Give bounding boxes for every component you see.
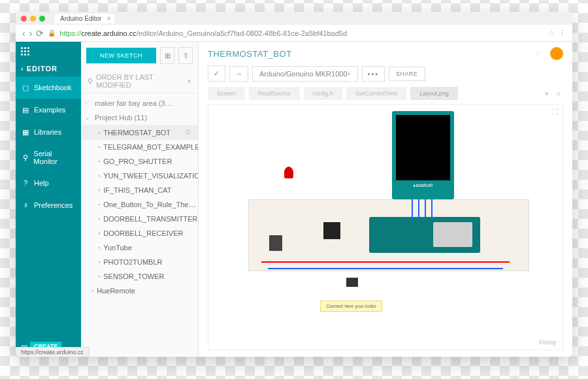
lock-icon: 🔒 [48,29,56,37]
tree-file[interactable]: ▪THERMOSTAT_BOT⚙ [81,125,198,140]
file-icon: ▪ [98,158,100,165]
upload-button[interactable]: ⇧ [178,47,193,64]
board-select[interactable]: Arduino/Genuino MKR1000 [252,66,358,82]
new-sketch-button[interactable]: NEW SKETCH [86,48,156,63]
sidebar-item-label: Examples [34,106,65,114]
upload-icon: ⇧ [183,52,189,60]
file-icon: ▪ [98,144,100,150]
sidebar-item-libraries[interactable]: ▦ Libraries [16,121,81,143]
tree-file[interactable]: ▪YunTube [81,240,198,255]
tab-config[interactable]: config.h [304,87,343,100]
tree-file-label: THERMOSTAT_BOT [103,129,171,137]
check-icon: ✓ [214,69,220,77]
upload-sketch-button[interactable]: → [229,66,248,82]
tree-file[interactable]: ▪HueRemote [81,284,198,298]
browser-tab[interactable]: Arduino Editor [55,14,114,24]
search-icon: ⚲ [88,77,93,86]
file-icon: ▪ [98,216,100,222]
tree-file[interactable]: ▪PHOTO2TUMBLR [81,255,198,269]
app-menu-icon[interactable] [16,42,81,61]
tree-file[interactable]: ▪DOORBELL_TRANSMITTER [81,212,198,226]
app-root: › EDITOR ▢ Sketchbook ▤ Examples ▦ Libra… [16,42,572,357]
minimize-window-button[interactable] [30,16,36,22]
document-icon: ▤ [21,105,30,114]
tab-screen[interactable]: Screen [208,87,245,100]
book-icon: ▦ [21,127,30,137]
expand-icon[interactable]: ⛶ [552,108,559,116]
verify-button[interactable]: ✓ [208,65,225,82]
file-icon: ▪ [98,173,100,179]
tree-file[interactable]: ▪TELEGRAM_BOT_EXAMPLE_L… [81,140,198,154]
sidebar-item-serial-monitor[interactable]: ⚲ Serial Monitor [16,143,81,172]
dots-icon: ••• [368,70,380,78]
tree-folder[interactable]: Project Hub (11) [81,110,198,125]
status-bar-url: https://create.arduino.cc [16,347,90,357]
tree-file-label: DOORBELL_RECEIVER [103,229,183,237]
sidebar-item-help[interactable]: ? Help [16,172,81,194]
file-icon: ▪ [98,230,100,237]
tab-getcurrenttime[interactable]: GetCurrentTime [346,87,406,100]
sidebar-item-preferences[interactable]: ♯ Preferences [16,194,81,216]
tree-file-label: YunTube [103,244,132,252]
tree-file[interactable]: ▪GO_PRO_SHUTTER [81,154,198,169]
wire [425,199,426,219]
tree-folder[interactable]: maker fair bay area (3… [81,96,198,110]
close-icon[interactable]: × [188,77,191,85]
close-window-button[interactable] [21,16,27,22]
list-icon[interactable]: ≡ [554,88,563,99]
sidebar: › EDITOR ▢ Sketchbook ▤ Examples ▦ Libra… [16,42,81,357]
tree-file-label: DOORBELL_TRANSMITTER [103,215,197,223]
url-field[interactable]: https://create.arduino.cc/editor/Arduino… [59,29,544,37]
url-path: /editor/Arduino_Genuino/a5cf7fad-0802-48… [137,29,347,37]
sticky-note: Connect here your boiler [320,301,382,312]
notifications-button[interactable]: ♡ [532,47,545,60]
help-icon: ? [21,178,30,188]
wire [268,268,503,269]
tab-layout-image[interactable]: Layout.png [410,87,458,100]
sort-row[interactable]: ⚲ ORDER BY LAST MODIFIED × [81,69,198,93]
sidebar-item-label: Libraries [34,128,61,136]
folder-icon: ▢ [21,83,30,92]
sidebar-item-examples[interactable]: ▤ Examples [16,99,81,121]
sidebar-item-label: Sketchbook [34,84,71,91]
tree-file[interactable]: ▪DOORBELL_RECEIVER [81,226,198,240]
file-icon: ▪ [98,187,100,193]
import-button[interactable]: ⊞ [160,47,174,64]
arrow-right-icon: → [235,70,242,78]
fritzing-label: fritzing [538,339,556,346]
bookmark-icon[interactable]: ☆ [548,29,555,37]
monitor-icon: ⚲ [21,153,29,162]
relay [346,278,358,287]
wire [261,261,510,263]
avatar[interactable] [550,47,563,60]
tree-file[interactable]: ▪SENSOR_TOWER [81,269,198,284]
tab-readsource[interactable]: ReadSource [249,87,300,100]
more-button[interactable]: ••• [362,66,385,82]
sidebar-item-sketchbook[interactable]: ▢ Sketchbook [16,76,81,99]
tree-file[interactable]: ▪IF_THIS_THAN_CAT [81,183,198,197]
wire [431,199,433,219]
forward-button[interactable]: › [29,28,33,39]
menu-icon[interactable]: ⋮ [559,29,566,37]
file-icon: ▪ [98,201,100,208]
tree-file[interactable]: ▪One_Button_To_Rule_The… [81,197,198,212]
sort-label: ORDER BY LAST MODIFIED [96,73,184,89]
tree-file-label: HueRemote [97,287,135,295]
share-button[interactable]: SHARE [389,67,425,81]
tree-file-label: SENSOR_TOWER [103,272,164,280]
tree-file-label: IF_THIS_THAN_CAT [103,186,171,194]
maximize-window-button[interactable] [39,16,45,22]
reload-button[interactable]: ⟳ [36,28,44,39]
back-button[interactable]: ‹ [22,28,25,39]
wire [412,199,413,219]
chevron-down-icon[interactable]: ▾ [542,88,551,99]
toolbar: ✓ → Arduino/Genuino MKR1000 ••• SHARE [199,65,572,87]
project-title: THERMOSTAT_BOT [208,49,527,59]
tree-file[interactable]: ▪YUN_TWEET_VISUALIZATIO… [81,169,198,183]
file-icon: ▪ [98,259,100,265]
layout-canvas: ⛶ Connect here your boiler [208,104,563,350]
wire [418,199,419,219]
gear-icon[interactable]: ⚙ [185,128,191,137]
tree-folder-label: Project Hub (11) [95,114,147,122]
folder-plus-icon: ⊞ [165,52,171,60]
